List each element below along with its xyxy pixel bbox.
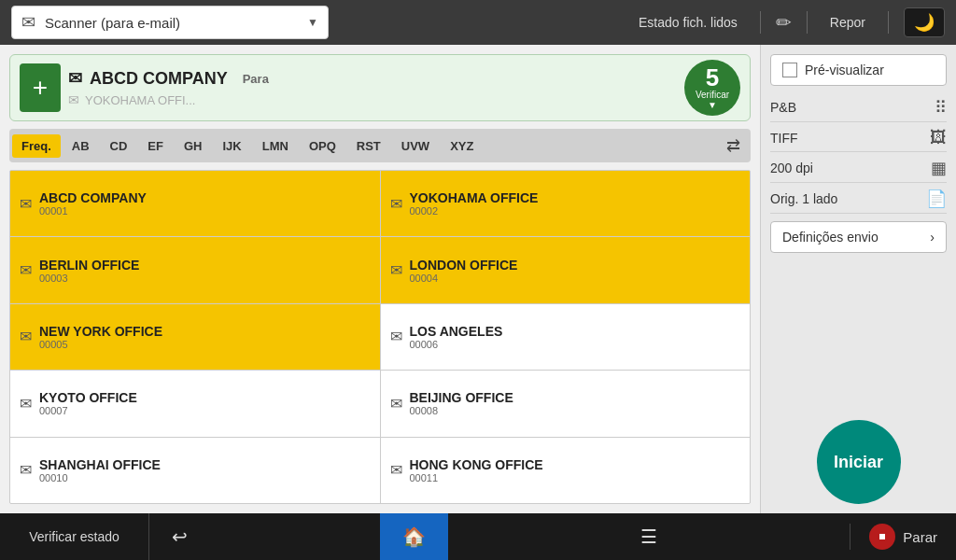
tab-lmn[interactable]: LMN: [253, 134, 298, 158]
list-item[interactable]: ✉ YOKOHAMA OFFICE 00002: [381, 171, 751, 236]
contact-text: BEIJING OFFICE 00008: [410, 390, 513, 416]
contact-id: 00005: [39, 339, 162, 350]
tab-gh[interactable]: GH: [175, 134, 212, 158]
bottom-nav: Verificar estado ↩ 🏠 ☰ Parar: [0, 513, 956, 560]
envelope-recipient-icon: ✉: [68, 68, 82, 89]
setting-side: Orig. 1 lado 📄: [770, 185, 947, 214]
tab-ijk[interactable]: IJK: [213, 134, 250, 158]
contact-text: NEW YORK OFFICE 00005: [39, 324, 162, 350]
list-item[interactable]: ✉ LONDON OFFICE 00004: [381, 237, 751, 302]
contact-id: 00008: [410, 405, 513, 416]
envelope-icon: ✉: [390, 195, 402, 213]
divider2: [807, 11, 808, 34]
sort-icon[interactable]: ⇄: [719, 132, 748, 160]
tab-cd[interactable]: CD: [101, 134, 137, 158]
preview-checkbox[interactable]: [782, 63, 797, 77]
contact-name: HONG KONG OFFICE: [410, 457, 543, 472]
recipient-bar: + ✉ ABCD COMPANY Para ✉ YOKOHAMA OFFI...…: [9, 54, 751, 121]
contact-name: SHANGHAI OFFICE: [39, 457, 161, 472]
list-item[interactable]: ✉ LOS ANGELES 00006: [381, 304, 751, 370]
contact-text: LOS ANGELES 00006: [410, 324, 503, 350]
back-icon: ↩: [172, 525, 188, 548]
tab-rst[interactable]: RST: [347, 134, 390, 158]
recipient-info: ✉ ABCD COMPANY Para ✉ YOKOHAMA OFFI...: [68, 68, 677, 107]
dots-icon: ⠿: [935, 97, 947, 118]
tab-freq[interactable]: Freq.: [12, 134, 61, 158]
verify-chevron-icon: ▼: [708, 100, 717, 110]
contact-name: LONDON OFFICE: [410, 258, 518, 273]
setting-dpi: 200 dpi ▦: [770, 154, 947, 183]
contact-name: YOKOHAMA OFFICE: [410, 190, 539, 205]
tab-ab[interactable]: AB: [63, 134, 99, 158]
list-item[interactable]: ✉ HONG KONG OFFICE 00011: [381, 438, 751, 503]
contact-id: 00004: [410, 273, 518, 284]
contact-id: 00010: [39, 472, 161, 483]
divider: [760, 11, 761, 34]
contact-text: HONG KONG OFFICE 00011: [410, 457, 543, 483]
pencil-icon[interactable]: ✏: [776, 11, 792, 34]
contact-name: KYOTO OFFICE: [39, 390, 137, 405]
send-definitions-button[interactable]: Definições envio ›: [770, 221, 947, 253]
divider3: [888, 11, 889, 34]
contact-list: ✉ ABCD COMPANY 00001 ✉ YOKOHAMA OFFICE 0…: [9, 170, 751, 504]
contact-text: SHANGHAI OFFICE 00010: [39, 457, 161, 483]
left-panel: + ✉ ABCD COMPANY Para ✉ YOKOHAMA OFFI...…: [0, 45, 760, 513]
contact-id: 00011: [410, 472, 543, 483]
setting-dpi-label: 200 dpi: [770, 161, 813, 175]
list-item[interactable]: ✉ BEIJING OFFICE 00008: [381, 371, 751, 436]
verify-status-button[interactable]: Verificar estado: [0, 513, 149, 560]
right-panel: Pré-visualizar P&B ⠿ TIFF 🖼 200 dpi ▦ Or…: [760, 45, 956, 513]
tab-opq[interactable]: OPQ: [300, 134, 345, 158]
home-button[interactable]: 🏠: [380, 513, 448, 560]
list-item[interactable]: ✉ SHANGHAI OFFICE 00010: [10, 438, 380, 503]
svg-rect-1: [879, 534, 885, 539]
settings-list: P&B ⠿ TIFF 🖼 200 dpi ▦ Orig. 1 lado 📄: [770, 93, 947, 214]
top-bar: ✉ Scanner (para e-mail) ▼ Estado fich. l…: [0, 0, 956, 45]
list-item[interactable]: ✉ KYOTO OFFICE 00007: [10, 371, 380, 436]
tab-ef[interactable]: EF: [138, 134, 173, 158]
dropdown-arrow-icon: ▼: [307, 16, 318, 29]
envelope-icon: ✉: [20, 261, 32, 279]
contact-id: 00002: [410, 205, 539, 217]
list-item[interactable]: ✉ NEW YORK OFFICE 00005: [10, 304, 380, 370]
stop-button[interactable]: Parar: [850, 524, 956, 550]
back-button[interactable]: ↩: [149, 513, 210, 560]
envelope-sub-icon: ✉: [68, 92, 79, 107]
envelope-icon: ✉: [390, 261, 402, 279]
scanner-selector[interactable]: ✉ Scanner (para e-mail) ▼: [11, 6, 329, 39]
envelope-icon: ✉: [20, 328, 32, 345]
contact-id: 00001: [39, 205, 147, 217]
status-label[interactable]: Estado fich. lidos: [631, 11, 745, 34]
envelope-icon: ✉: [390, 328, 402, 345]
tab-xyz[interactable]: XYZ: [441, 134, 483, 158]
tab-uvw[interactable]: UVW: [392, 134, 439, 158]
moon-button[interactable]: 🌙: [904, 7, 945, 37]
recipient-name-text: ABCD COMPANY: [90, 69, 228, 89]
main-area: + ✉ ABCD COMPANY Para ✉ YOKOHAMA OFFI...…: [0, 45, 956, 513]
list-item[interactable]: ✉ ABCD COMPANY 00001: [10, 171, 380, 236]
stop-label: Parar: [903, 529, 937, 545]
list-item[interactable]: ✉ BERLIN OFFICE 00003: [10, 237, 380, 302]
contact-id: 00007: [39, 405, 137, 416]
verify-count: 5: [706, 65, 719, 90]
contact-name: ABCD COMPANY: [39, 190, 147, 205]
add-recipient-button[interactable]: +: [20, 63, 61, 112]
envelope-icon: ✉: [390, 461, 402, 479]
preview-button[interactable]: Pré-visualizar: [770, 54, 947, 86]
envelope-icon: ✉: [20, 461, 32, 479]
home-icon: 🏠: [402, 525, 426, 548]
menu-button[interactable]: ☰: [618, 513, 680, 560]
stop-circle-icon: [869, 524, 895, 550]
contact-text: BERLIN OFFICE 00003: [39, 258, 139, 284]
start-button[interactable]: Iniciar: [817, 420, 901, 504]
contact-name: LOS ANGELES: [410, 324, 503, 339]
contact-name: NEW YORK OFFICE: [39, 324, 162, 339]
send-def-label: Definições envio: [782, 230, 879, 245]
contact-name: BEIJING OFFICE: [410, 390, 513, 405]
contact-text: ABCD COMPANY 00001: [39, 190, 147, 217]
to-label: Para: [243, 72, 269, 86]
reset-label[interactable]: Repor: [822, 11, 873, 34]
setting-pb: P&B ⠿: [770, 93, 947, 122]
verify-button[interactable]: 5 Verificar ▼: [684, 60, 740, 116]
contact-text: YOKOHAMA OFFICE 00002: [410, 190, 539, 217]
